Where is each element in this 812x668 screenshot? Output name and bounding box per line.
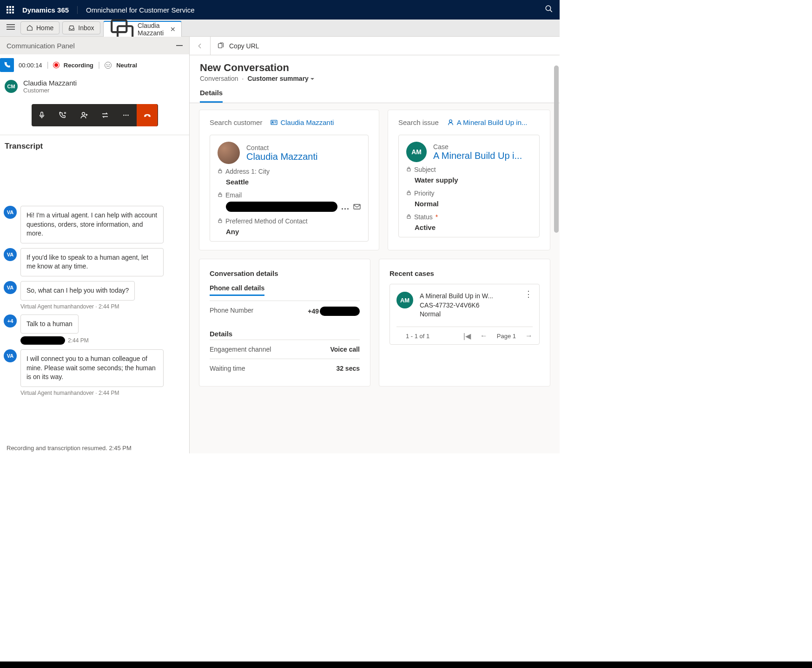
close-tab-icon[interactable]: ✕	[170, 26, 176, 33]
app-launcher-icon[interactable]	[7, 6, 14, 13]
tab-home[interactable]: Home	[20, 21, 59, 34]
hold-button[interactable]	[53, 104, 73, 126]
tab-active-label: Claudia Mazzanti	[138, 22, 164, 37]
tab-inbox-label: Inbox	[78, 24, 94, 32]
sentiment-label: Neutral	[116, 62, 137, 69]
phone-call-tab[interactable]: Phone call details	[210, 284, 264, 296]
recent-cases-card: Recent cases AM A Mineral Build Up in W.…	[379, 259, 550, 386]
detail-tabs: Details	[190, 84, 560, 103]
customer-role: Customer	[23, 87, 77, 94]
home-icon	[26, 25, 33, 31]
svg-point-8	[82, 112, 85, 115]
contact-photo	[218, 142, 240, 164]
recent-case-item[interactable]: AM A Mineral Build Up in W... CAS-47732-…	[396, 292, 533, 319]
scrollbar-thumb[interactable]	[554, 65, 559, 233]
communication-panel: Communication Panel 00:00:14 | Recording…	[0, 37, 190, 453]
system-note: Recording and transcription resumed. 2:4…	[0, 444, 189, 453]
engagement-label: Engagement channel	[210, 346, 271, 353]
recording-dot-icon	[53, 62, 59, 68]
tab-inbox[interactable]: Inbox	[62, 21, 100, 34]
inbox-icon	[68, 25, 75, 31]
case-label: Case	[433, 143, 522, 151]
details-subheading: Details	[210, 321, 360, 340]
case-icon	[447, 119, 454, 126]
svg-point-10	[125, 115, 126, 116]
search-icon[interactable]	[545, 5, 553, 15]
customer-link[interactable]: Claudia Mazzanti	[271, 118, 334, 126]
city-value: Seattle	[218, 175, 361, 188]
case-avatar: AM	[406, 142, 427, 162]
app-name: Omnichannel for Customer Service	[78, 6, 194, 14]
redacted-sender	[20, 336, 65, 345]
copy-url-button[interactable]: Copy URL	[211, 42, 266, 50]
engagement-value: Voice call	[330, 346, 360, 353]
search-issue-label: Search issue	[398, 118, 439, 126]
brand-label: Dynamics 365	[22, 6, 78, 14]
pager-first-icon[interactable]: |◀	[463, 332, 471, 341]
tab-home-label: Home	[36, 24, 53, 32]
conversation-details-title: Conversation details	[210, 268, 360, 284]
pager-page: Page 1	[497, 333, 516, 340]
svg-point-19	[449, 120, 452, 123]
contact-inner-card: Contact Claudia Mazzanti Address 1: City…	[210, 135, 369, 242]
message-row: VA So, what can I help you with today?	[4, 281, 183, 301]
tab-strip: Home Inbox Claudia Mazzanti ✕	[0, 20, 560, 37]
mute-button[interactable]	[32, 104, 53, 126]
lock-icon	[406, 190, 411, 197]
svg-point-0	[546, 6, 551, 11]
va-avatar: VA	[4, 349, 17, 362]
lock-icon	[218, 217, 223, 225]
tab-details[interactable]: Details	[200, 89, 223, 103]
hamburger-icon[interactable]	[4, 22, 18, 34]
lock-icon	[406, 213, 411, 221]
pager-prev-icon[interactable]: ←	[480, 332, 488, 340]
svg-rect-20	[407, 169, 410, 171]
more-button[interactable]	[116, 104, 137, 126]
issue-link[interactable]: A Mineral Build Up in...	[447, 118, 528, 126]
lock-icon	[218, 168, 223, 175]
add-person-button[interactable]	[73, 104, 94, 126]
search-customer-label: Search customer	[210, 118, 262, 126]
waiting-value: 32 secs	[336, 365, 360, 372]
recent-case-priority: Normal	[420, 310, 518, 319]
detail-body: Search customer Claudia Mazzanti Contact…	[190, 103, 560, 453]
svg-line-1	[550, 10, 552, 12]
lock-icon	[406, 166, 411, 173]
email-value: ...	[218, 199, 361, 214]
svg-rect-12	[218, 43, 222, 47]
message-meta: 2:44 PM	[20, 336, 183, 345]
customer-card: Search customer Claudia Mazzanti Contact…	[199, 110, 379, 250]
recent-case-menu-icon[interactable]: ⋮	[524, 292, 533, 297]
hangup-button[interactable]	[137, 104, 158, 126]
breadcrumb-item: Conversation	[200, 75, 238, 82]
svg-rect-15	[218, 170, 222, 173]
svg-point-14	[272, 121, 274, 123]
phone-icon	[0, 58, 14, 72]
back-button[interactable]	[190, 42, 210, 50]
conversation-pane: Copy URL New Conversation Conversation ·…	[190, 37, 560, 453]
top-bar: Dynamics 365 Omnichannel for Customer Se…	[0, 0, 560, 20]
envelope-icon[interactable]	[353, 203, 361, 211]
participants-avatar: +4	[4, 314, 17, 327]
copy-url-icon	[217, 42, 224, 50]
priority-value: Normal	[406, 197, 532, 210]
contact-card-icon	[271, 119, 277, 126]
conversation-toolbar: Copy URL	[190, 37, 560, 55]
comm-panel-header: Communication Panel	[0, 37, 189, 54]
pager-next-icon[interactable]: →	[525, 332, 533, 340]
customer-avatar: CM	[5, 80, 18, 93]
message-bubble: If you'd like to speak to a human agent,…	[20, 248, 164, 276]
contact-name-link[interactable]: Claudia Mazzanti	[246, 151, 317, 162]
transfer-button[interactable]	[94, 104, 115, 126]
tab-active[interactable]: Claudia Mazzanti ✕	[103, 21, 182, 37]
message-bubble: Talk to a human	[20, 314, 79, 334]
minimize-icon[interactable]	[176, 45, 183, 46]
case-name-link[interactable]: A Mineral Build Up i...	[433, 151, 522, 161]
copy-url-label: Copy URL	[229, 42, 259, 50]
case-inner-card: AM Case A Mineral Build Up i... Subject …	[398, 135, 540, 237]
phone-number-label: Phone Number	[210, 307, 253, 316]
recent-cases-title: Recent cases	[389, 268, 540, 284]
section-dropdown[interactable]: Customer summary	[247, 75, 314, 82]
svg-rect-21	[407, 192, 410, 195]
message-meta: Virtual Agent humanhandover · 2:44 PM	[20, 390, 183, 396]
